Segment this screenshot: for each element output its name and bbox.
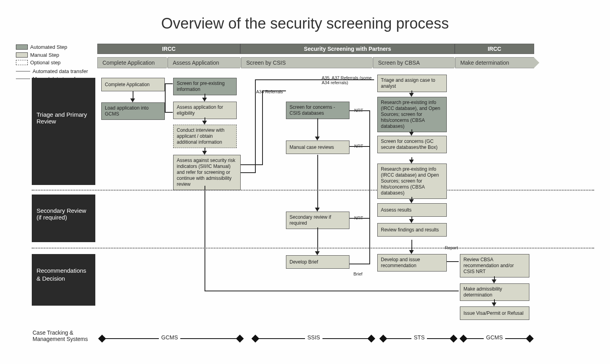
header-partners: Security Screening with Partners xyxy=(240,44,455,54)
arrow xyxy=(165,112,173,113)
arrow xyxy=(133,91,133,99)
box-issue-visa: Issue Visa/Permit or Refusal xyxy=(460,306,529,320)
systems-label: Case Tracking & Management Systems xyxy=(33,329,96,342)
box-make-admissibility: Make admissibility determination xyxy=(460,283,529,301)
diamond-icon xyxy=(526,335,534,343)
annotation-brief: Brief xyxy=(353,272,363,276)
arrow-icon xyxy=(409,219,414,223)
arrow-icon xyxy=(492,302,496,306)
phase-assess: Assess Application xyxy=(168,57,240,68)
header-ircc-1: IRCC xyxy=(97,44,240,54)
row-triage-text: Triage and Primary Review xyxy=(37,111,91,125)
track-sts: STS xyxy=(411,334,427,341)
divider-2 xyxy=(32,248,594,248)
row-recom-text: Recommendations & Decision xyxy=(37,267,91,282)
legend-optional-label: Optional step xyxy=(30,59,61,66)
box-research-pre-1: Research pre-existing info (IRCC databas… xyxy=(377,97,447,132)
annotation-a35: A35, A37 Referrals (some A34 referrals) xyxy=(322,75,373,85)
arrow xyxy=(317,155,318,208)
arrow-icon xyxy=(130,98,135,102)
arrow-icon xyxy=(202,121,207,125)
box-screen-csis: Screen for concerns - CSIS databases xyxy=(286,102,349,119)
arrow xyxy=(349,218,370,219)
arrow-icon xyxy=(202,151,207,155)
box-develop-brief: Develop Brief xyxy=(286,255,349,269)
arrow xyxy=(317,118,318,137)
row-secondary-text: Secondary Review (if required) xyxy=(37,207,91,221)
box-assess-results: Assess results xyxy=(377,203,447,217)
page-title: Overview of the security screening proce… xyxy=(161,15,449,32)
box-review-cbsa: Review CBSA recommendation and/or CSIS N… xyxy=(460,254,529,277)
box-secondary-review: Secondary review if required xyxy=(286,212,349,229)
arrow-icon xyxy=(315,251,320,255)
box-develop-rec: Develop and issue recommendation xyxy=(377,254,447,272)
diamond-icon xyxy=(236,335,244,343)
arrow xyxy=(369,110,370,264)
phase-determine: Make determination xyxy=(455,57,534,68)
arrow-icon xyxy=(409,250,414,254)
legend-swatch-automated xyxy=(16,44,28,50)
arrow xyxy=(165,83,173,84)
row-recom-label: Recommendations & Decision xyxy=(32,254,95,306)
legend-line-auto xyxy=(16,71,30,71)
phase-cbsa: Screen by CBSA xyxy=(373,57,454,68)
arrow-icon xyxy=(315,137,320,141)
legend-auto-transfer-label: Automated data transfer xyxy=(33,68,88,75)
arrow xyxy=(241,164,263,165)
arrow-icon xyxy=(409,160,414,164)
box-assess-indicators: Assess against security risk indicators … xyxy=(173,155,241,190)
box-load-gcms: Load application into GCMS xyxy=(101,102,165,120)
header-ircc-2: IRCC xyxy=(455,44,534,54)
box-screen-pre: Screen for pre-existing information xyxy=(173,78,237,95)
arrow-icon xyxy=(492,279,496,283)
phase-csis: Screen by CSIS xyxy=(241,57,372,68)
box-screen-gc: Screen for concerns (GC secure databases… xyxy=(377,136,447,153)
diamond-icon xyxy=(450,335,458,343)
box-manual-case: Manual case reviews xyxy=(286,141,349,154)
legend-automated-label: Automated Step xyxy=(30,44,67,51)
arrow xyxy=(349,110,370,111)
arrow xyxy=(165,83,166,113)
arrow xyxy=(205,291,459,291)
arrow xyxy=(205,186,205,291)
box-triage-assign: Triage and assign case to analyst xyxy=(377,75,447,92)
track-gcms-1: GCMS xyxy=(159,334,180,341)
phase-complete: Complete Application xyxy=(97,57,167,68)
box-conduct-interview: Conduct interview with applicant / obtai… xyxy=(173,125,237,148)
legend-line-manual xyxy=(16,79,30,79)
box-assess-eligibility: Assess application for eligibility xyxy=(173,102,237,119)
track-gcms-2: GCMS xyxy=(484,334,505,341)
arrow xyxy=(317,227,318,252)
arrow xyxy=(255,79,256,173)
arrow xyxy=(349,264,370,264)
arrow-icon xyxy=(315,208,320,212)
arrow xyxy=(447,261,459,262)
arrow-icon xyxy=(202,98,207,102)
legend-manual-label: Manual Step xyxy=(30,52,59,59)
arrow-icon xyxy=(409,199,414,203)
row-triage-label: Triage and Primary Review xyxy=(32,78,95,185)
box-complete-application: Complete Application xyxy=(101,78,165,91)
row-secondary-label: Secondary Review (if required) xyxy=(32,195,95,242)
divider-1 xyxy=(32,190,594,191)
arrow xyxy=(411,240,412,251)
box-research-pre-2: Research pre-existing info (IRCC databas… xyxy=(377,164,447,199)
arrow-icon xyxy=(409,93,414,97)
diamond-icon xyxy=(367,335,375,343)
box-review-findings: Review findings and results xyxy=(377,223,447,237)
arrow xyxy=(241,172,256,173)
legend: Automated Step Manual Step Optional step… xyxy=(16,44,88,83)
track-ssis: SSIS xyxy=(305,334,322,341)
arrow-icon xyxy=(409,132,414,136)
arrow xyxy=(349,146,370,147)
arrow xyxy=(262,91,263,165)
legend-swatch-optional xyxy=(16,60,28,65)
legend-swatch-manual xyxy=(16,52,28,58)
annotation-a34: A34 Referrals xyxy=(256,89,283,94)
annotation-report: Report xyxy=(445,245,458,250)
